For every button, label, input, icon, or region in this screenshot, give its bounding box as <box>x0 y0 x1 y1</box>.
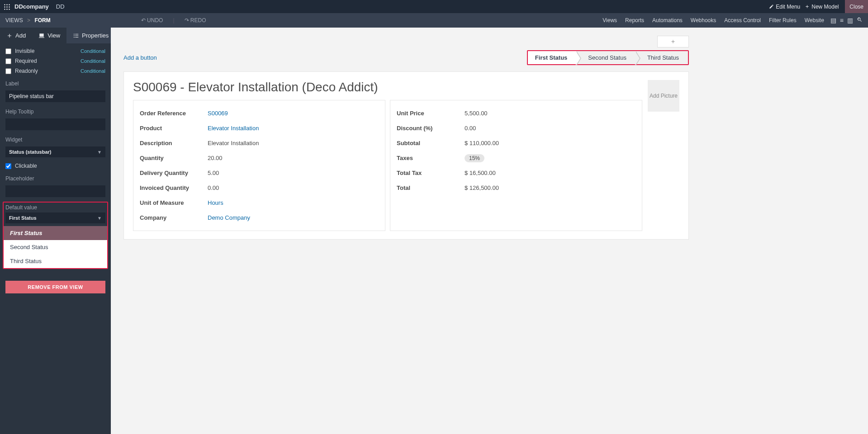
label-label: Label <box>5 80 105 87</box>
field-value: 0.00 <box>465 125 476 132</box>
label-input[interactable] <box>5 90 105 102</box>
field-value[interactable]: Elevator Installation <box>208 125 259 132</box>
tab-views[interactable]: Views <box>602 17 617 24</box>
field-label: Invoiced Quantity <box>140 184 208 191</box>
field-label: Subtotal <box>397 140 465 146</box>
tab-automations[interactable]: Automations <box>652 17 683 24</box>
list-icon <box>73 33 79 39</box>
plus-icon <box>805 4 810 9</box>
status-bar[interactable]: First Status Second Status Third Status <box>527 50 689 65</box>
required-conditional[interactable]: Conditional <box>81 58 105 64</box>
required-checkbox[interactable]: Required <box>5 58 37 64</box>
new-model-link[interactable]: New Model <box>805 4 839 10</box>
help-tooltip-input[interactable] <box>5 118 105 130</box>
field-label: Discount (%) <box>397 125 465 132</box>
invisible-checkbox[interactable]: Invisible <box>5 48 34 54</box>
tab-webhooks[interactable]: Webhooks <box>691 17 716 24</box>
placeholder-label: Placeholder <box>5 175 105 182</box>
field-label: Company <box>140 214 208 221</box>
plus-icon <box>670 39 676 44</box>
field-value[interactable]: S00069 <box>208 110 228 117</box>
redo-button[interactable]: ↷ REDO <box>185 17 206 24</box>
field-row: Invoiced Quantity0.00 <box>140 180 379 195</box>
field-label: Delivery Quantity <box>140 170 208 176</box>
option-third-status[interactable]: Third Status <box>4 254 107 268</box>
page-title: S00069 - Elevator Installation (Deco Add… <box>133 80 679 94</box>
breadcrumb-views[interactable]: VIEWS <box>5 17 23 24</box>
side-tab-properties[interactable]: Properties <box>66 28 115 43</box>
readonly-conditional[interactable]: Conditional <box>81 68 105 74</box>
option-first-status[interactable]: First Status <box>4 226 107 240</box>
default-value-label: Default value <box>5 204 105 211</box>
breadcrumb-current: FORM <box>34 17 50 24</box>
placeholder-input[interactable] <box>5 185 105 197</box>
readonly-checkbox[interactable]: Readonly <box>5 68 38 74</box>
default-value-select[interactable]: First Status▼ <box>5 212 105 223</box>
field-value: 5.00 <box>208 170 219 176</box>
status-third[interactable]: Third Status <box>636 51 688 64</box>
tax-tag[interactable]: 15% <box>465 154 484 162</box>
field-label: Total <box>397 184 465 191</box>
field-row: DescriptionElevator Installation <box>140 136 379 151</box>
field-label: Order Reference <box>140 110 208 117</box>
field-row: Unit of MeasureHours <box>140 195 379 210</box>
edit-menu-link[interactable]: Edit Menu <box>769 4 800 10</box>
add-picture-button[interactable]: Add Picture <box>648 80 679 112</box>
apps-icon[interactable] <box>4 4 10 10</box>
status-first[interactable]: First Status <box>528 51 577 64</box>
tab-filter-rules[interactable]: Filter Rules <box>769 17 797 24</box>
field-value[interactable]: Hours <box>208 199 223 206</box>
pencil-icon <box>769 4 774 9</box>
field-value: 20.00 <box>208 155 223 161</box>
field-row: Taxes15% <box>397 151 636 165</box>
tab-access-control[interactable]: Access Control <box>724 17 761 24</box>
field-label: Taxes <box>397 155 465 161</box>
add-a-button[interactable]: Add a button <box>123 54 157 61</box>
field-value: 0.00 <box>208 184 219 191</box>
side-tab-add[interactable]: Add <box>0 28 32 43</box>
invisible-conditional[interactable]: Conditional <box>81 48 105 54</box>
chevron-down-icon: ▼ <box>97 150 102 155</box>
layout-icon-2[interactable]: ≡ <box>840 17 844 24</box>
clickable-checkbox[interactable]: Clickable <box>5 163 105 169</box>
search-icon[interactable] <box>857 17 863 24</box>
status-second[interactable]: Second Status <box>576 51 636 64</box>
field-value: Elevator Installation <box>208 140 259 146</box>
right-column: Unit Price5,500.00Discount (%)0.00Subtot… <box>390 100 642 231</box>
field-row: Delivery Quantity5.00 <box>140 165 379 180</box>
option-second-status[interactable]: Second Status <box>4 240 107 254</box>
properties-sidebar: Add View Properties InvisibleConditional… <box>0 28 111 434</box>
field-row: Total$ 126,500.00 <box>397 180 636 195</box>
field-label: Quantity <box>140 155 208 161</box>
side-tab-view[interactable]: View <box>32 28 66 43</box>
field-value: 5,500.00 <box>465 110 488 117</box>
plus-icon <box>6 33 13 39</box>
tab-reports[interactable]: Reports <box>625 17 644 24</box>
field-value: $ 126,500.00 <box>465 184 499 191</box>
widget-select[interactable]: Status (statusbar)▼ <box>5 146 105 157</box>
record-sheet: Add Picture S00069 - Elevator Installati… <box>123 71 689 240</box>
field-label: Description <box>140 140 208 146</box>
field-value[interactable]: Demo Company <box>208 214 250 221</box>
field-row: Quantity20.00 <box>140 151 379 165</box>
field-row: Order ReferenceS00069 <box>140 106 379 121</box>
field-value: $ 110,000.00 <box>465 140 499 146</box>
add-component-button[interactable] <box>657 36 689 47</box>
field-value: 15% <box>465 155 484 161</box>
monitor-icon <box>38 33 45 39</box>
db-name[interactable]: DD <box>56 3 65 10</box>
subbar-tabs: Views Reports Automations Webhooks Acces… <box>602 17 824 24</box>
remove-from-view-button[interactable]: REMOVE FROM VIEW <box>5 281 105 293</box>
field-row: Unit Price5,500.00 <box>397 106 636 121</box>
layout-icon-3[interactable]: ▥ <box>847 17 853 24</box>
field-label: Unit of Measure <box>140 199 208 206</box>
tab-website[interactable]: Website <box>805 17 824 24</box>
undo-button[interactable]: ↶ UNDO <box>141 17 163 24</box>
field-row: Total Tax$ 16,500.00 <box>397 165 636 180</box>
close-button[interactable]: Close <box>845 0 868 13</box>
widget-label: Widget <box>5 137 105 143</box>
field-label: Total Tax <box>397 170 465 176</box>
company-name[interactable]: DDcompany <box>14 3 49 10</box>
default-value-dropdown: First Status Second Status Third Status <box>4 226 107 268</box>
layout-icon-1[interactable]: ▤ <box>830 17 836 24</box>
